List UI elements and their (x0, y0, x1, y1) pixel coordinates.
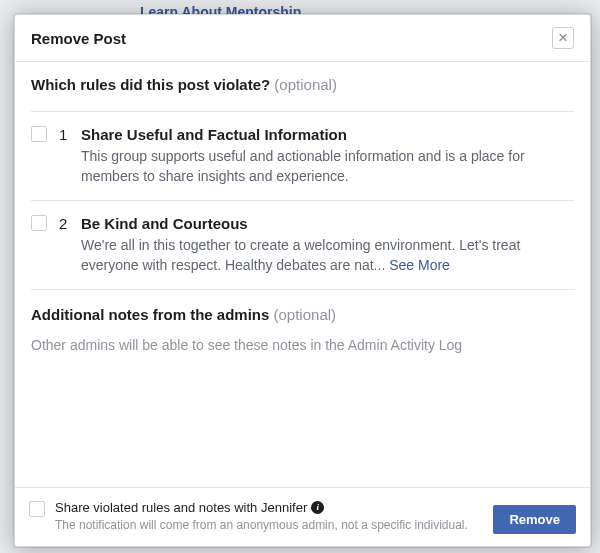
checkbox[interactable] (31, 215, 47, 231)
rule-title: Share Useful and Factual Information (81, 126, 574, 143)
checkbox[interactable] (31, 126, 47, 142)
remove-post-modal: Remove Post × Which rules did this post … (14, 14, 591, 547)
rule-title: Be Kind and Courteous (81, 215, 574, 232)
modal-body: Which rules did this post violate? (opti… (15, 62, 590, 487)
notes-title-text: Additional notes from the admins (31, 306, 274, 323)
modal-footer: Share violated rules and notes with Jenn… (15, 487, 590, 546)
rule-number: 2 (59, 215, 69, 275)
rule-body: Be Kind and Courteous We're all in this … (81, 215, 574, 275)
rule-desc: We're all in this together to create a w… (81, 236, 574, 275)
rule-number: 1 (59, 126, 69, 186)
optional-text: (optional) (274, 306, 337, 323)
notes-placeholder[interactable]: Other admins will be able to see these n… (31, 337, 574, 353)
notes-section: Additional notes from the admins (option… (31, 289, 574, 353)
share-block: Share violated rules and notes with Jenn… (29, 500, 477, 534)
share-desc: The notification will come from an anony… (55, 518, 468, 534)
question-text: Which rules did this post violate? (31, 76, 274, 93)
share-checkbox[interactable] (29, 501, 45, 517)
rule-item[interactable]: 2 Be Kind and Courteous We're all in thi… (31, 200, 574, 289)
rule-desc-text: We're all in this together to create a w… (81, 237, 520, 273)
see-more-link[interactable]: See More (389, 257, 450, 273)
close-button[interactable]: × (552, 27, 574, 49)
share-text: Share violated rules and notes with Jenn… (55, 500, 468, 534)
modal-title: Remove Post (31, 30, 126, 47)
close-icon: × (558, 29, 568, 46)
share-label-text: Share violated rules and notes with Jenn… (55, 500, 307, 515)
info-icon[interactable]: i (311, 501, 324, 514)
notes-heading: Additional notes from the admins (option… (31, 306, 574, 323)
rule-desc: This group supports useful and actionabl… (81, 147, 574, 186)
modal-header: Remove Post × (15, 15, 590, 62)
share-label: Share violated rules and notes with Jenn… (55, 500, 468, 515)
optional-text: (optional) (274, 76, 337, 93)
rule-body: Share Useful and Factual Information Thi… (81, 126, 574, 186)
rule-item[interactable]: 1 Share Useful and Factual Information T… (31, 111, 574, 200)
remove-button[interactable]: Remove (493, 505, 576, 534)
violation-question: Which rules did this post violate? (opti… (31, 76, 574, 93)
